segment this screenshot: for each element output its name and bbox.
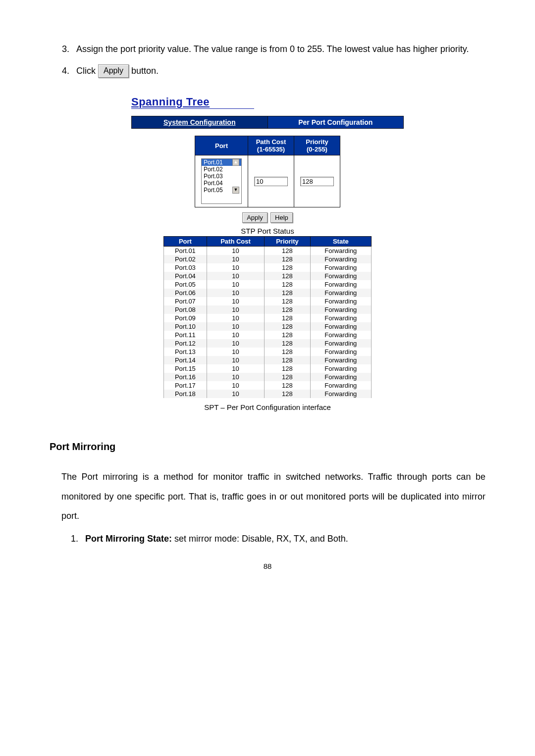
apply-button-inline: Apply xyxy=(98,64,129,78)
status-title: STP Port Status xyxy=(131,227,404,235)
pm-list-text-1: Port Mirroring State: set mirror mode: D… xyxy=(85,529,485,549)
cell-cost: 10 xyxy=(207,272,264,280)
page-number: 88 xyxy=(50,562,485,570)
table-row: Port.1610128Forwarding xyxy=(164,373,372,381)
cell-state: Forwarding xyxy=(310,247,371,255)
cell-state: Forwarding xyxy=(310,381,371,390)
cell-state: Forwarding xyxy=(310,272,371,280)
cell-prio: 128 xyxy=(265,280,310,289)
cell-port: Port.10 xyxy=(164,322,207,331)
table-row: Port.1810128Forwarding xyxy=(164,390,372,398)
path-cost-input[interactable] xyxy=(254,177,288,186)
tab-system-configuration[interactable]: System Configuration xyxy=(132,116,268,129)
cell-state: Forwarding xyxy=(310,305,371,314)
port-select[interactable]: Port.01▲Port.02Port.03Port.04Port.05▼ xyxy=(201,158,242,204)
cell-prio: 128 xyxy=(265,322,310,331)
table-row: Port.1410128Forwarding xyxy=(164,356,372,364)
cell-port: Port.08 xyxy=(164,305,207,314)
cell-prio: 128 xyxy=(265,348,310,356)
cell-state: Forwarding xyxy=(310,297,371,305)
tab-per-port-configuration[interactable]: Per Port Configuration xyxy=(268,116,404,129)
table-row: Port.0810128Forwarding xyxy=(164,305,372,314)
pm-state-desc: set mirror mode: Disable, RX, TX, and Bo… xyxy=(172,534,348,544)
status-hdr-state: State xyxy=(310,237,371,247)
cell-port: Port.02 xyxy=(164,255,207,263)
cell-cost: 10 xyxy=(207,356,264,364)
port-option[interactable]: Port.05▼ xyxy=(202,187,241,194)
table-row: Port.1010128Forwarding xyxy=(164,322,372,331)
cell-cost: 10 xyxy=(207,390,264,398)
list-text-4: Click Apply button. xyxy=(76,61,485,81)
cell-port: Port.11 xyxy=(164,331,207,339)
cell-prio: 128 xyxy=(265,356,310,364)
cell-port: Port.03 xyxy=(164,263,207,272)
cell-port: Port.12 xyxy=(164,339,207,348)
cell-state: Forwarding xyxy=(310,373,371,381)
cell-prio: 128 xyxy=(265,297,310,305)
cell-cost: 10 xyxy=(207,305,264,314)
cell-state: Forwarding xyxy=(310,339,371,348)
table-row: Port.1710128Forwarding xyxy=(164,381,372,390)
panel-title: Spanning Tree xyxy=(131,96,254,109)
table-row: Port.1510128Forwarding xyxy=(164,364,372,373)
apply-button[interactable]: Apply xyxy=(242,212,268,223)
port-mirroring-intro: The Port mirroring is a method for monit… xyxy=(50,467,485,526)
scroll-up-icon[interactable]: ▲ xyxy=(232,159,239,166)
text-button: button. xyxy=(131,66,159,76)
cell-prio: 128 xyxy=(265,255,310,263)
cell-prio: 128 xyxy=(265,364,310,373)
port-config-table: Port Path Cost (1-65535) Priority (0-255… xyxy=(195,136,340,207)
table-row: Port.0610128Forwarding xyxy=(164,289,372,297)
cell-port: Port.06 xyxy=(164,289,207,297)
list-marker-4: 4. xyxy=(50,61,76,81)
cell-port: Port.16 xyxy=(164,373,207,381)
cell-port: Port.18 xyxy=(164,390,207,398)
status-hdr-prio: Priority xyxy=(265,237,310,247)
cell-prio: 128 xyxy=(265,339,310,348)
hdr-port: Port xyxy=(195,136,248,155)
port-option[interactable]: Port.02 xyxy=(202,166,241,173)
pm-state-label: Port Mirroring State: xyxy=(85,534,172,544)
config-tabs: System Configuration Per Port Configurat… xyxy=(131,116,404,129)
table-row: Port.0510128Forwarding xyxy=(164,280,372,289)
cell-prio: 128 xyxy=(265,390,310,398)
cell-cost: 10 xyxy=(207,381,264,390)
cell-prio: 128 xyxy=(265,305,310,314)
section-heading-port-mirroring: Port Mirroring xyxy=(50,441,485,453)
table-row: Port.0910128Forwarding xyxy=(164,314,372,322)
priority-input[interactable] xyxy=(300,177,334,186)
table-row: Port.1110128Forwarding xyxy=(164,331,372,339)
port-option[interactable]: Port.04 xyxy=(202,180,241,187)
port-option[interactable]: Port.03 xyxy=(202,173,241,180)
cell-port: Port.17 xyxy=(164,381,207,390)
cell-prio: 128 xyxy=(265,314,310,322)
cell-port: Port.15 xyxy=(164,364,207,373)
cell-port: Port.01 xyxy=(164,247,207,255)
pm-list-marker-1: 1. xyxy=(61,529,85,549)
cell-cost: 10 xyxy=(207,339,264,348)
list-text-3: Assign the port priority value. The valu… xyxy=(76,40,485,59)
cell-prio: 128 xyxy=(265,331,310,339)
help-button[interactable]: Help xyxy=(270,212,293,223)
list-marker-3: 3. xyxy=(50,40,76,59)
hdr-path-cost: Path Cost (1-65535) xyxy=(248,136,294,155)
scroll-down-icon[interactable]: ▼ xyxy=(232,187,239,194)
cell-port: Port.04 xyxy=(164,272,207,280)
cell-cost: 10 xyxy=(207,314,264,322)
stp-status-table: Port Path Cost Priority State Port.01101… xyxy=(163,236,372,398)
cell-cost: 10 xyxy=(207,297,264,305)
table-row: Port.0210128Forwarding xyxy=(164,255,372,263)
port-option[interactable]: Port.01▲ xyxy=(202,159,241,166)
cell-state: Forwarding xyxy=(310,263,371,272)
cell-cost: 10 xyxy=(207,247,264,255)
cell-state: Forwarding xyxy=(310,390,371,398)
cell-port: Port.09 xyxy=(164,314,207,322)
text-click: Click xyxy=(76,66,98,76)
cell-cost: 10 xyxy=(207,348,264,356)
cell-state: Forwarding xyxy=(310,364,371,373)
cell-state: Forwarding xyxy=(310,255,371,263)
table-row: Port.1210128Forwarding xyxy=(164,339,372,348)
table-row: Port.1310128Forwarding xyxy=(164,348,372,356)
cell-state: Forwarding xyxy=(310,348,371,356)
cell-prio: 128 xyxy=(265,381,310,390)
